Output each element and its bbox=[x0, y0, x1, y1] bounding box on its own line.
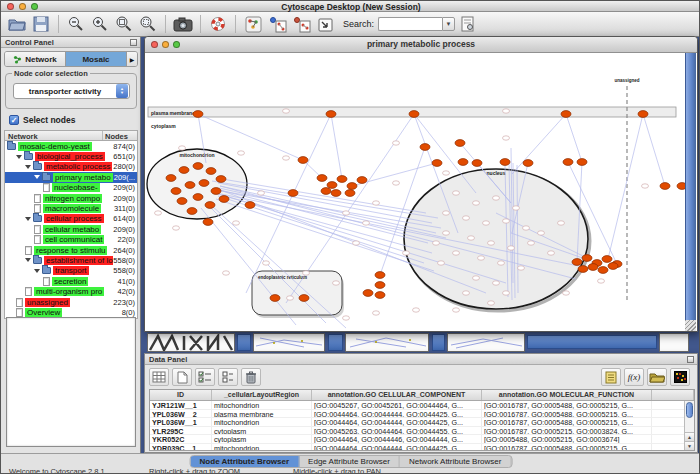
tree-row[interactable]: nitrogen compo209(0) bbox=[5, 193, 137, 203]
select-nodes-checkbox[interactable]: ✓ bbox=[9, 115, 19, 125]
node-color-dropdown[interactable]: transporter activity ▲▼ bbox=[13, 83, 130, 99]
selected-node[interactable] bbox=[357, 177, 367, 184]
node[interactable] bbox=[503, 291, 510, 295]
select-attributes-icon[interactable] bbox=[195, 368, 215, 386]
node[interactable] bbox=[503, 219, 510, 223]
node[interactable] bbox=[433, 241, 440, 245]
zoom-fit-icon[interactable] bbox=[112, 13, 136, 35]
node[interactable] bbox=[393, 181, 400, 185]
delete-attribute-icon[interactable] bbox=[241, 368, 261, 386]
node[interactable] bbox=[528, 241, 535, 245]
selected-node[interactable] bbox=[578, 266, 588, 273]
link-annotation-icon[interactable] bbox=[289, 13, 313, 35]
selected-node[interactable] bbox=[588, 264, 598, 271]
selected-node[interactable] bbox=[347, 183, 357, 190]
node[interactable] bbox=[443, 231, 450, 235]
selected-node[interactable] bbox=[331, 190, 341, 197]
selected-node[interactable] bbox=[193, 111, 203, 118]
new-attribute-icon[interactable] bbox=[172, 368, 192, 386]
node[interactable] bbox=[548, 251, 555, 255]
node[interactable] bbox=[393, 141, 400, 145]
selected-node[interactable] bbox=[166, 175, 176, 182]
table-row[interactable]: YKR052Ccytoplasm[GO:0044464, GO:0044446,… bbox=[150, 435, 694, 444]
float-panel-icon[interactable] bbox=[130, 39, 137, 46]
tree-row[interactable]: multi-organism pro42(0) bbox=[5, 286, 137, 296]
selected-node[interactable] bbox=[345, 190, 355, 197]
expand-arrow-icon[interactable] bbox=[25, 165, 31, 169]
node[interactable] bbox=[283, 156, 290, 160]
node[interactable] bbox=[343, 211, 350, 215]
tree-row[interactable]: primary metabo209(... bbox=[5, 172, 137, 182]
node[interactable] bbox=[238, 151, 245, 155]
node[interactable] bbox=[443, 211, 450, 215]
node[interactable] bbox=[558, 221, 565, 225]
tree-row[interactable]: macromolecule311(0) bbox=[5, 203, 137, 213]
selected-node[interactable] bbox=[660, 183, 670, 190]
node[interactable] bbox=[363, 221, 370, 225]
node[interactable] bbox=[438, 261, 445, 265]
node[interactable] bbox=[403, 251, 410, 255]
network-tree[interactable]: mosaic-demo-yeast874(0)biological_proces… bbox=[4, 141, 138, 319]
tree-row[interactable]: cellular process614(0) bbox=[5, 214, 137, 224]
node[interactable] bbox=[483, 221, 490, 225]
tree-header[interactable]: Network Nodes bbox=[4, 130, 138, 141]
tree-row[interactable]: unassigned223(0) bbox=[5, 297, 137, 307]
node[interactable] bbox=[463, 216, 470, 220]
node[interactable] bbox=[353, 241, 360, 245]
zoom-selected-icon[interactable] bbox=[136, 13, 160, 35]
table-row[interactable]: YJR121W__1mitochondrion[GO:0045267, GO:0… bbox=[150, 401, 694, 410]
node[interactable] bbox=[155, 211, 162, 215]
zoom-in-icon[interactable] bbox=[88, 13, 112, 35]
table-row[interactable]: YPL036W__2plasma membrane[GO:0044464, GO… bbox=[150, 410, 694, 419]
selected-node[interactable] bbox=[298, 157, 308, 164]
node[interactable] bbox=[473, 276, 480, 280]
selected-node[interactable] bbox=[337, 176, 347, 183]
node[interactable] bbox=[303, 271, 310, 275]
selected-node[interactable] bbox=[326, 111, 336, 118]
node[interactable] bbox=[373, 311, 380, 315]
selected-node[interactable] bbox=[582, 255, 592, 262]
network-window-titlebar[interactable]: primary metabolic process bbox=[145, 37, 697, 53]
search-dropdown-icon[interactable]: ▼ bbox=[442, 17, 455, 31]
selected-node[interactable] bbox=[472, 160, 482, 167]
expand-arrow-icon[interactable] bbox=[34, 269, 40, 273]
attribute-table[interactable]: ID_cellularLayoutRegionannotation.GO CEL… bbox=[149, 389, 695, 451]
node[interactable] bbox=[233, 221, 240, 225]
selected-node[interactable] bbox=[299, 295, 309, 302]
birds-eye-view[interactable] bbox=[6, 317, 136, 447]
node[interactable] bbox=[598, 279, 605, 283]
node[interactable] bbox=[453, 191, 460, 195]
selected-node[interactable] bbox=[523, 160, 533, 167]
selected-node[interactable] bbox=[577, 159, 587, 166]
network-overview-icon[interactable] bbox=[241, 13, 265, 35]
tree-row[interactable]: establishment of lo558(0) bbox=[5, 255, 137, 265]
selected-node[interactable] bbox=[598, 267, 608, 274]
node[interactable] bbox=[413, 308, 420, 312]
zoom-out-icon[interactable] bbox=[64, 13, 88, 35]
snapshot-icon[interactable] bbox=[171, 13, 195, 35]
attribute-editor-icon[interactable] bbox=[601, 368, 621, 386]
tree-row[interactable]: metabolic process280(0) bbox=[5, 162, 137, 172]
selected-node[interactable] bbox=[638, 111, 648, 118]
tab-network[interactable]: Network bbox=[5, 52, 66, 66]
window-resize-grip[interactable] bbox=[685, 320, 696, 331]
selected-node[interactable] bbox=[363, 290, 373, 297]
tree-row[interactable]: response to stimulu264(0) bbox=[5, 245, 137, 255]
network-vertical-scrollbar[interactable] bbox=[685, 53, 696, 331]
selected-node[interactable] bbox=[185, 182, 195, 189]
help-icon[interactable] bbox=[206, 13, 230, 35]
node[interactable] bbox=[263, 261, 270, 265]
open-file-icon[interactable] bbox=[5, 13, 29, 35]
column-header[interactable]: annotation.GO CELLULAR_COMPONENT bbox=[312, 390, 482, 400]
node[interactable] bbox=[173, 226, 180, 230]
tree-header-nodes[interactable]: Nodes bbox=[103, 131, 137, 140]
selected-node[interactable] bbox=[203, 219, 213, 226]
search-input[interactable] bbox=[378, 17, 442, 31]
tab-network-attribute-browser[interactable]: Network Attribute Browser bbox=[400, 456, 511, 467]
node[interactable] bbox=[333, 281, 340, 285]
import-attributes-icon[interactable] bbox=[647, 368, 667, 386]
attribute-table-header[interactable]: ID_cellularLayoutRegionannotation.GO CEL… bbox=[150, 390, 694, 401]
selected-node[interactable] bbox=[455, 140, 465, 147]
tree-row[interactable]: cellular metabo209(0) bbox=[5, 224, 137, 234]
selected-node[interactable] bbox=[375, 282, 385, 289]
